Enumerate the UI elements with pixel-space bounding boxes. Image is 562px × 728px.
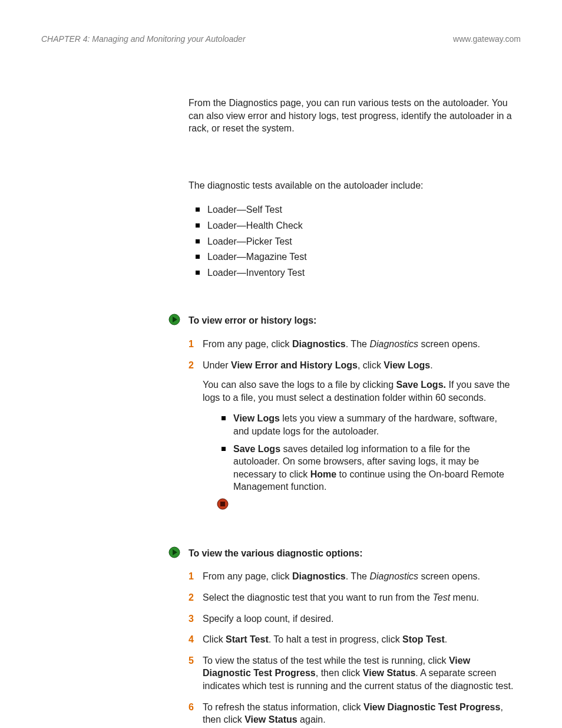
list-item: View Logs lets you view a summary of the… <box>220 412 515 437</box>
procedure-steps: From any page, click Diagnostics. The Di… <box>189 570 515 728</box>
stop-icon <box>217 498 229 510</box>
step-subparagraph: You can also save the logs to a file by … <box>203 378 515 404</box>
list-item: Loader—Magazine Test <box>194 251 515 263</box>
step: Select the diagnostic test that you want… <box>189 591 515 604</box>
procedure-title: To view error or history logs: <box>189 315 316 325</box>
procedure-heading: To view error or history logs: <box>189 314 515 327</box>
svg-rect-3 <box>220 502 225 506</box>
step: To refresh the status information, click… <box>189 701 515 728</box>
step: Specify a loop count, if desired. <box>189 612 515 625</box>
document-page: CHAPTER 4: Managing and Monitoring your … <box>0 0 562 728</box>
list-item: Loader—Inventory Test <box>194 266 515 279</box>
step: From any page, click Diagnostics. The Di… <box>189 338 515 351</box>
step: To view the status of the test while the… <box>189 654 515 693</box>
step: Click Start Test. To halt a test in prog… <box>189 633 515 646</box>
step-sublist: View Logs lets you view a summary of the… <box>220 412 515 493</box>
tests-list: Loader—Self Test Loader—Health Check Loa… <box>194 203 515 279</box>
play-icon <box>168 546 180 558</box>
step: From any page, click Diagnostics. The Di… <box>189 570 515 583</box>
step: Under View Error and History Logs, click… <box>189 359 515 512</box>
procedure-heading: To view the various diagnostic options: <box>189 547 515 560</box>
header-url: www.gateway.com <box>453 34 521 44</box>
procedure-steps: From any page, click Diagnostics. The Di… <box>189 338 515 512</box>
list-item: Loader—Picker Test <box>194 235 515 248</box>
list-item: Save Logs saves detailed log information… <box>220 443 515 493</box>
procedure-title: To view the various diagnostic options: <box>189 548 362 558</box>
end-marker <box>217 498 515 512</box>
chapter-title: CHAPTER 4: Managing and Monitoring your … <box>41 34 246 44</box>
play-icon <box>168 314 180 325</box>
tests-intro: The diagnostic tests available on the au… <box>189 179 515 192</box>
list-item: Loader—Self Test <box>194 203 515 216</box>
intro-paragraph: From the Diagnostics page, you can run v… <box>189 97 515 135</box>
list-item: Loader—Health Check <box>194 219 515 232</box>
page-header: CHAPTER 4: Managing and Monitoring your … <box>41 34 521 44</box>
page-body: From the Diagnostics page, you can run v… <box>189 97 515 728</box>
